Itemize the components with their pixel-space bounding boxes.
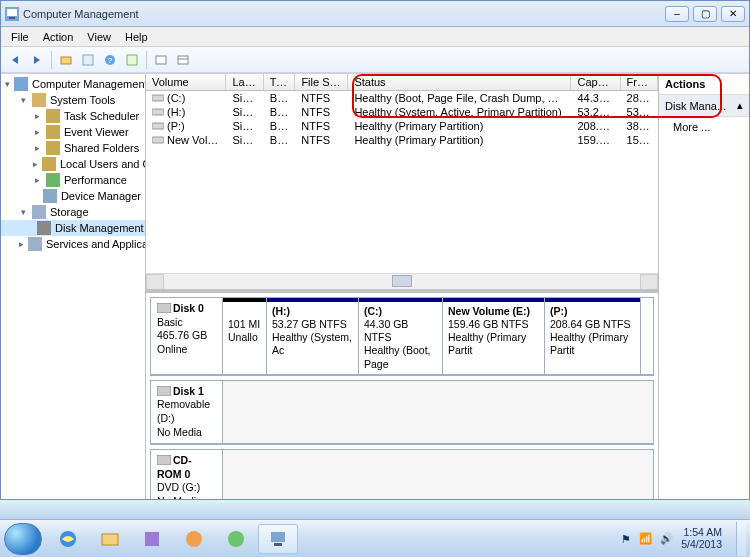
disk-label: Disk 0Basic465.76 GBOnline — [151, 298, 223, 374]
disk-row[interactable]: Disk 0Basic465.76 GBOnline101 MIUnallo(H… — [150, 297, 654, 376]
taskbar-app-3[interactable] — [216, 524, 256, 554]
tree-item-computer-management-local[interactable]: ▾Computer Management (Local — [1, 76, 145, 92]
volume-list-header: Volume Layout Type File System Status Ca… — [146, 74, 658, 91]
tree-toggle-icon[interactable]: ▸ — [33, 128, 42, 137]
volume-row[interactable]: (P:)SimpleBasicNTFSHealthy (Primary Part… — [146, 119, 658, 133]
tray-volume-icon[interactable]: 🔊 — [660, 532, 673, 545]
properties-button[interactable] — [78, 50, 98, 70]
tray-network-icon[interactable]: 📶 — [639, 532, 652, 545]
list-button[interactable] — [173, 50, 193, 70]
col-layout[interactable]: Layout — [226, 74, 263, 90]
tree-toggle-icon[interactable]: ▾ — [19, 96, 28, 105]
menu-file[interactable]: File — [5, 29, 35, 45]
volume-list: Volume Layout Type File System Status Ca… — [146, 74, 658, 289]
svg-rect-7 — [127, 55, 137, 65]
help-button[interactable]: ? — [100, 50, 120, 70]
svg-rect-15 — [46, 141, 60, 155]
toolbar: ? — [1, 47, 749, 73]
col-status[interactable]: Status — [348, 74, 571, 90]
maximize-button[interactable]: ▢ — [693, 6, 717, 22]
partition[interactable]: New Volume (E:)159.46 GB NTFSHealthy (Pr… — [443, 298, 545, 374]
menu-help[interactable]: Help — [119, 29, 154, 45]
tree-users-icon — [42, 157, 56, 171]
tree-event-icon — [46, 125, 60, 139]
tree-item-disk-management[interactable]: Disk Management — [1, 220, 145, 236]
svg-rect-23 — [152, 109, 164, 115]
col-capacity[interactable]: Capacity — [571, 74, 620, 90]
taskbar-computer-management[interactable] — [258, 524, 298, 554]
taskbar-explorer[interactable] — [90, 524, 130, 554]
taskbar-ie[interactable] — [48, 524, 88, 554]
tree-toggle-icon[interactable]: ▸ — [33, 176, 42, 185]
actions-more[interactable]: More ... — [659, 117, 749, 137]
tree-toggle-icon[interactable]: ▸ — [33, 144, 42, 153]
col-freespace[interactable]: Free Sp — [621, 74, 658, 90]
menu-action[interactable]: Action — [37, 29, 80, 45]
partition[interactable]: (H:)53.27 GB NTFSHealthy (System, Ac — [267, 298, 359, 374]
show-desktop-button[interactable] — [736, 522, 746, 556]
disk-row[interactable]: Disk 1Removable (D:)No Media — [150, 380, 654, 446]
toolbar-icon-6[interactable] — [122, 50, 142, 70]
close-button[interactable]: ✕ — [721, 6, 745, 22]
system-tray[interactable]: ⚑ 📶 🔊 1:54 AM 5/4/2013 — [621, 522, 746, 556]
tree-item-label: Event Viewer — [64, 126, 129, 138]
tree-item-label: Device Manager — [61, 190, 141, 202]
minimize-button[interactable]: – — [665, 6, 689, 22]
volume-list-body[interactable]: (C:)SimpleBasicNTFSHealthy (Boot, Page F… — [146, 91, 658, 273]
nav-tree[interactable]: ▾Computer Management (Local▾System Tools… — [1, 74, 146, 499]
menu-view[interactable]: View — [81, 29, 117, 45]
disk-graphical-view[interactable]: Disk 0Basic465.76 GBOnline101 MIUnallo(H… — [146, 289, 658, 499]
tree-toggle-icon[interactable]: ▾ — [5, 80, 10, 89]
tree-item-task-scheduler[interactable]: ▸Task Scheduler — [1, 108, 145, 124]
tree-item-storage[interactable]: ▾Storage — [1, 204, 145, 220]
volume-row[interactable]: New Volume (E:)SimpleBasicNTFSHealthy (P… — [146, 133, 658, 147]
clock-time[interactable]: 1:54 AM — [681, 527, 722, 539]
taskbar-app-1[interactable] — [132, 524, 172, 554]
col-type[interactable]: Type — [264, 74, 296, 90]
partition[interactable]: 101 MIUnallo — [223, 298, 267, 374]
svg-rect-2 — [9, 17, 15, 19]
menubar: File Action View Help — [1, 27, 749, 47]
volume-row[interactable]: (C:)SimpleBasicNTFSHealthy (Boot, Page F… — [146, 91, 658, 105]
tree-item-services-and-applications[interactable]: ▸Services and Applications — [1, 236, 145, 252]
clock-date[interactable]: 5/4/2013 — [681, 539, 722, 551]
tree-toggle-icon[interactable] — [33, 192, 39, 201]
up-button[interactable] — [56, 50, 76, 70]
tree-toggle-icon[interactable]: ▸ — [19, 240, 24, 249]
taskbar-app-2[interactable] — [174, 524, 214, 554]
start-button[interactable] — [4, 523, 42, 555]
partition[interactable]: (C:)44.30 GB NTFSHealthy (Boot, Page — [359, 298, 443, 374]
tree-item-system-tools[interactable]: ▾System Tools — [1, 92, 145, 108]
svg-rect-11 — [14, 77, 28, 91]
tree-toggle-icon[interactable]: ▸ — [33, 112, 42, 121]
tree-share-icon — [46, 141, 60, 155]
refresh-button[interactable] — [151, 50, 171, 70]
back-button[interactable] — [5, 50, 25, 70]
tree-item-label: System Tools — [50, 94, 115, 106]
col-volume[interactable]: Volume — [146, 74, 226, 90]
tree-toggle-icon[interactable]: ▸ — [33, 160, 38, 169]
tree-item-shared-folders[interactable]: ▸Shared Folders — [1, 140, 145, 156]
col-filesystem[interactable]: File System — [295, 74, 348, 90]
tree-toggle-icon[interactable]: ▾ — [19, 208, 28, 217]
tray-flag-icon[interactable]: ⚑ — [621, 533, 631, 545]
volume-row[interactable]: (H:)SimpleBasicNTFSHealthy (System, Acti… — [146, 105, 658, 119]
hscroll-volume-list[interactable] — [146, 273, 658, 289]
actions-header: Actions — [659, 74, 749, 95]
tree-sched-icon — [46, 109, 60, 123]
tree-item-label: Shared Folders — [64, 142, 139, 154]
svg-rect-35 — [274, 543, 282, 546]
tree-item-label: Computer Management (Local — [32, 78, 146, 90]
forward-button[interactable] — [27, 50, 47, 70]
tree-item-label: Task Scheduler — [64, 110, 139, 122]
tree-item-performance[interactable]: ▸Performance — [1, 172, 145, 188]
tree-item-event-viewer[interactable]: ▸Event Viewer — [1, 124, 145, 140]
tree-item-device-manager[interactable]: Device Manager — [1, 188, 145, 204]
tree-item-local-users-and-groups[interactable]: ▸Local Users and Groups — [1, 156, 145, 172]
actions-group-disk-management[interactable]: Disk Mana... ▴ — [659, 95, 749, 117]
tree-devmgr-icon — [43, 189, 57, 203]
svg-rect-8 — [156, 56, 166, 64]
svg-rect-18 — [43, 189, 57, 203]
partition[interactable]: (P:)208.64 GB NTFSHealthy (Primary Parti… — [545, 298, 641, 374]
disk-row[interactable]: CD-ROM 0DVD (G:)No Media — [150, 449, 654, 499]
